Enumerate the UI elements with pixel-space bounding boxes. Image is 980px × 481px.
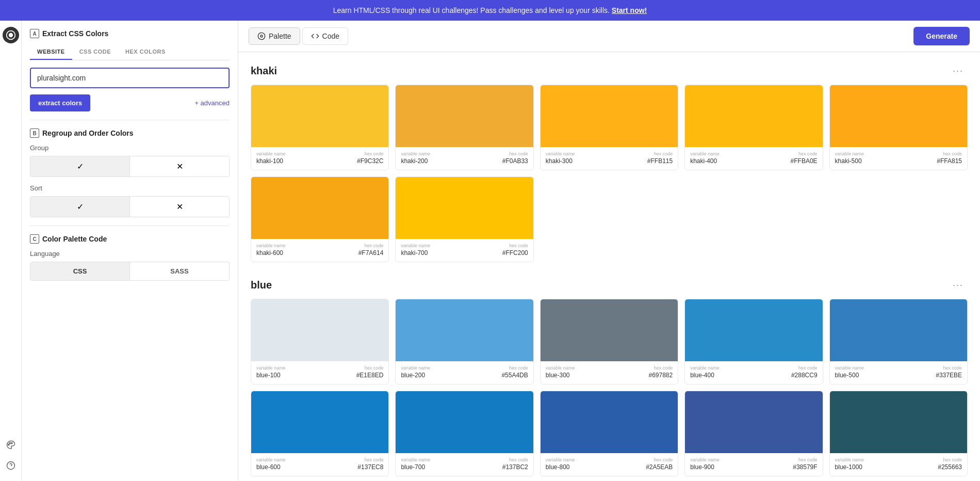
b500-hex-lbl: hex code	[943, 365, 962, 371]
main-content: Palette Code Generate khaki ···	[238, 21, 980, 481]
khaki-100-info: variable name hex code khaki-100 #F9C32C	[251, 147, 388, 170]
color-card-blue-600: variable namehex code blue-600#137EC8	[251, 391, 389, 476]
b500-hex: #337EBE	[936, 372, 962, 379]
khaki-700-swatch	[396, 177, 533, 239]
b200-name: blue-200	[401, 372, 425, 379]
blue-1000-swatch	[830, 391, 967, 453]
sort-check-option[interactable]: ✓	[30, 197, 130, 217]
extract-btn[interactable]: extract colors	[30, 94, 90, 111]
k500-hex-lbl: hex code	[943, 151, 962, 156]
b400-hex-lbl: hex code	[798, 365, 818, 371]
k200-var-lbl: variable name	[401, 151, 430, 156]
svg-point-2	[8, 444, 9, 445]
lang-sass-option[interactable]: SASS	[130, 262, 229, 280]
section-c-badge: C	[30, 234, 39, 244]
khaki-400-info: variable namehex code khaki-400#FFBA0E	[685, 147, 822, 170]
lang-css-option[interactable]: CSS	[30, 262, 130, 280]
k400-hex-lbl: hex code	[798, 151, 818, 156]
section-b-header: B Regroup and Order Colors	[30, 129, 230, 138]
svg-point-8	[260, 35, 263, 37]
svg-point-1	[8, 33, 12, 37]
color-card-blue-300: variable namehex code blue-300#697882	[540, 299, 678, 384]
app-logo[interactable]	[3, 27, 19, 43]
b600-var-lbl: variable name	[256, 457, 286, 462]
k200-hex: #F0AB33	[502, 157, 528, 165]
generate-btn[interactable]: Generate	[913, 27, 970, 45]
color-card-blue-100: variable namehex code blue-100#E1E8ED	[251, 299, 389, 384]
tab-website[interactable]: WEBSITE	[30, 44, 72, 60]
blue-100-info: variable namehex code blue-100#E1E8ED	[251, 361, 388, 384]
blue-500-swatch	[830, 299, 967, 361]
b600-name: blue-600	[256, 463, 281, 471]
sort-x-option[interactable]: ✕	[130, 197, 229, 217]
b600-hex-lbl: hex code	[365, 457, 384, 462]
b700-hex: #137BC2	[502, 463, 528, 471]
top-banner: Learn HTML/CSS through real UI challenge…	[0, 0, 980, 21]
divider-bc	[30, 226, 230, 226]
color-card-khaki-100: variable name hex code khaki-100 #F9C32C	[251, 85, 389, 170]
khaki-100-meta: variable name hex code	[256, 151, 383, 156]
b700-name: blue-700	[401, 463, 425, 471]
khaki-100-hex-label: hex code	[365, 151, 384, 156]
blue-800-info: variable namehex code blue-800#2A5EAB	[541, 453, 678, 476]
color-group-blue-header: blue ···	[251, 279, 968, 292]
khaki-more-btn[interactable]: ···	[949, 65, 968, 77]
icon-nav	[0, 21, 22, 481]
k500-var-lbl: variable name	[835, 151, 864, 156]
khaki-100-swatch	[251, 85, 388, 147]
blue-1000-info: variable namehex code blue-1000#255663	[830, 453, 967, 476]
nav-paint-icon[interactable]	[4, 438, 18, 452]
extract-row: extract colors + advanced	[30, 94, 230, 111]
divider-ab	[30, 120, 230, 120]
khaki-700-info: variable namehex code khaki-700#FFC200	[396, 239, 533, 262]
blue-900-info: variable namehex code blue-900#38579F	[685, 453, 822, 476]
svg-point-4	[11, 443, 12, 444]
svg-point-3	[9, 443, 10, 444]
color-card-khaki-400: variable namehex code khaki-400#FFBA0E	[684, 85, 823, 170]
color-card-blue-400: variable namehex code blue-400#288CC9	[684, 299, 823, 384]
khaki-200-swatch	[396, 85, 533, 147]
color-card-blue-200: variable namehex code blue-200#55A4DB	[395, 299, 533, 384]
b100-var-lbl: variable name	[256, 365, 286, 371]
banner-link[interactable]: Start now!	[612, 6, 647, 14]
b400-hex: #288CC9	[791, 372, 818, 379]
blue-300-swatch	[541, 299, 678, 361]
k400-hex: #FFBA0E	[791, 157, 818, 165]
color-group-khaki-header: khaki ···	[251, 65, 968, 77]
palette-icon	[257, 32, 266, 40]
khaki-300-info: variable namehex code khaki-300#FFB115	[541, 147, 678, 170]
blue-300-info: variable namehex code blue-300#697882	[541, 361, 678, 384]
advanced-link[interactable]: + advanced	[194, 99, 230, 107]
sort-toggle: ✓ ✕	[30, 196, 230, 217]
blue-800-swatch	[541, 391, 678, 453]
b700-hex-lbl: hex code	[509, 457, 528, 462]
url-input[interactable]	[30, 68, 230, 88]
nav-question-icon[interactable]	[4, 458, 18, 473]
blue-color-grid: variable namehex code blue-100#E1E8ED va…	[251, 299, 968, 476]
palette-tab[interactable]: Palette	[249, 27, 300, 45]
b900-hex: #38579F	[793, 463, 817, 471]
color-card-khaki-700: variable namehex code khaki-700#FFC200	[395, 177, 533, 262]
group-x-option[interactable]: ✕	[130, 156, 229, 177]
sort-x-icon: ✕	[176, 202, 183, 212]
tab-css-code[interactable]: CSS CODE	[72, 44, 118, 60]
group-check-option[interactable]: ✓	[30, 156, 130, 177]
section-a: A Extract CSS Colors WEBSITE CSS CODE HE…	[30, 29, 230, 111]
color-group-blue: blue ··· variable namehex code blue-100#…	[251, 279, 968, 476]
x-icon: ✕	[176, 162, 183, 171]
k700-hex-lbl: hex code	[509, 243, 528, 248]
code-tab[interactable]: Code	[302, 27, 348, 45]
b600-hex: #137EC8	[357, 463, 383, 471]
blue-more-btn[interactable]: ···	[949, 279, 968, 292]
k600-name: khaki-600	[256, 249, 283, 256]
k700-hex: #FFC200	[502, 249, 528, 256]
tab-hex-colors[interactable]: HEX COLORS	[118, 44, 173, 60]
color-card-khaki-200: variable namehex code khaki-200#F0AB33	[395, 85, 533, 170]
b400-name: blue-400	[690, 372, 714, 379]
section-a-title: Extract CSS Colors	[42, 29, 108, 38]
sidebar: A Extract CSS Colors WEBSITE CSS CODE HE…	[22, 21, 238, 481]
blue-200-info: variable namehex code blue-200#55A4DB	[396, 361, 533, 384]
palette-area: khaki ··· variable name hex code khaki-1…	[238, 52, 980, 481]
b800-var-lbl: variable name	[546, 457, 575, 462]
blue-900-swatch	[685, 391, 822, 453]
